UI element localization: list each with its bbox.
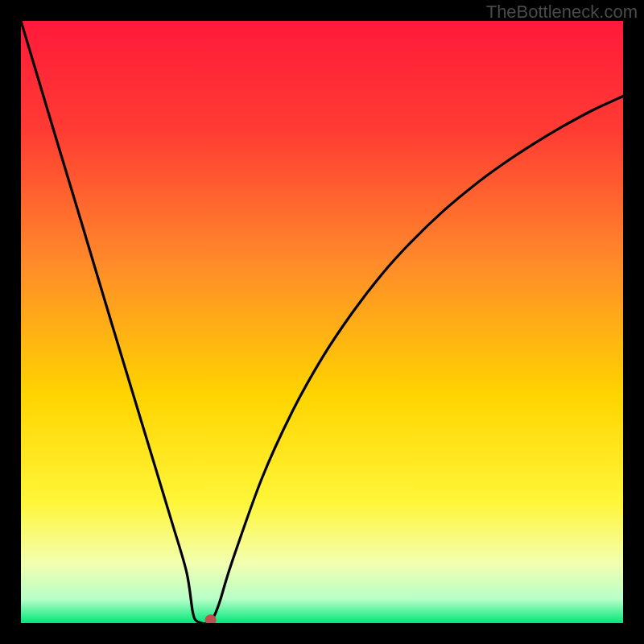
- watermark-label: TheBottleneck.com: [486, 2, 638, 23]
- bottleneck-chart: [21, 21, 623, 623]
- chart-container: TheBottleneck.com: [0, 0, 644, 644]
- plot-frame: [21, 21, 623, 623]
